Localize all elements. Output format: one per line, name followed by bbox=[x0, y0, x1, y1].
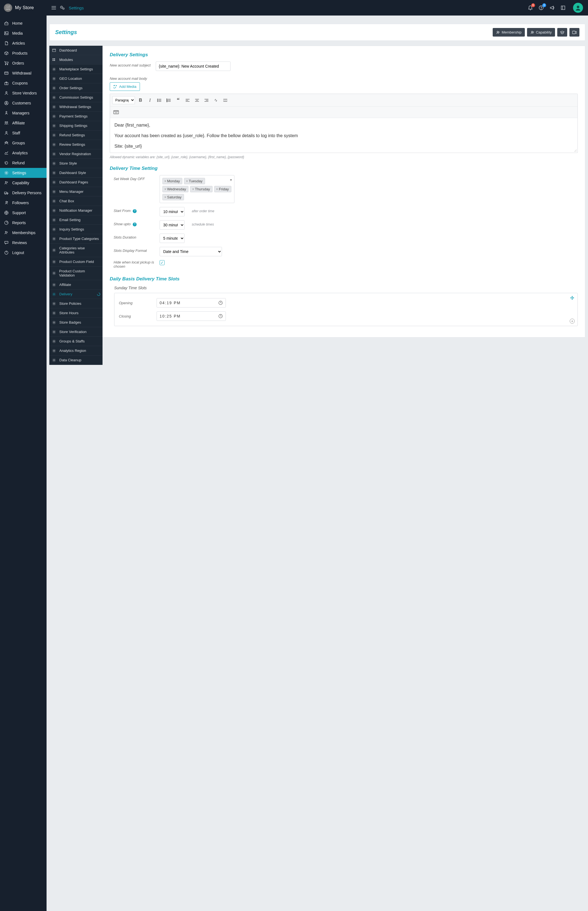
sidebar-item-coupons[interactable]: Coupons bbox=[0, 78, 47, 88]
subnav-item-analytics-region[interactable]: Analytics Region bbox=[49, 346, 103, 355]
sidebar-item-delivery-persons[interactable]: Delivery Persons bbox=[0, 188, 47, 198]
subnav-item-store-hours[interactable]: Store Hours bbox=[49, 309, 103, 318]
subnav-item-commission-settings[interactable]: Commission Settings bbox=[49, 93, 103, 102]
subnav-item-marketplace-settings[interactable]: Marketplace Settings bbox=[49, 65, 103, 74]
align-right-icon[interactable] bbox=[203, 97, 210, 104]
panel-icon[interactable] bbox=[561, 6, 565, 10]
chevron-down-icon[interactable]: ▾ bbox=[230, 178, 232, 182]
sidebar-item-refund[interactable]: Refund bbox=[0, 158, 47, 168]
day-chip-wednesday[interactable]: ×Wednesday bbox=[162, 186, 188, 192]
video-button[interactable] bbox=[569, 28, 580, 37]
subnav-item-payment-settings[interactable]: Payment Settings bbox=[49, 111, 103, 121]
subnav-item-modules[interactable]: Modules bbox=[49, 55, 103, 65]
remove-icon[interactable]: × bbox=[192, 187, 194, 191]
ol-icon[interactable]: 123 bbox=[165, 97, 173, 104]
readmore-icon[interactable] bbox=[221, 97, 229, 104]
sidebar-item-orders[interactable]: Orders bbox=[0, 58, 47, 68]
day-chip-saturday[interactable]: ×Saturday bbox=[162, 194, 184, 200]
sidebar-item-reviews[interactable]: Reviews bbox=[0, 238, 47, 248]
sidebar-item-affiliate[interactable]: Affiliate bbox=[0, 118, 47, 128]
subnav-item-shipping-settings[interactable]: Shipping Settings bbox=[49, 121, 103, 131]
subnav-item-delivery[interactable]: Delivery bbox=[49, 289, 103, 299]
sidebar-item-staff[interactable]: Staff bbox=[0, 128, 47, 138]
sidebar-item-analytics[interactable]: Analytics bbox=[0, 148, 47, 158]
subnav-item-data-cleanup[interactable]: Data Cleanup bbox=[49, 355, 103, 365]
subnav-item-store-verification[interactable]: Store Verification bbox=[49, 327, 103, 337]
sidebar-item-logout[interactable]: Logout bbox=[0, 248, 47, 258]
closing-time-input[interactable]: 10:25 PM bbox=[157, 312, 226, 321]
megaphone-icon[interactable] bbox=[550, 6, 555, 10]
subnav-item-menu-manager[interactable]: Menu Manager bbox=[49, 187, 103, 196]
help-icon[interactable]: 0 bbox=[539, 5, 544, 10]
align-left-icon[interactable] bbox=[184, 97, 191, 104]
subnav-item-affiliate[interactable]: Affiliate bbox=[49, 280, 103, 289]
editor-body[interactable]: Dear {first_name}, Your account has been… bbox=[110, 118, 577, 153]
sidebar-item-media[interactable]: Media bbox=[0, 28, 47, 38]
sidebar-item-settings[interactable]: Settings bbox=[0, 168, 47, 178]
sidebar-item-articles[interactable]: Articles bbox=[0, 38, 47, 48]
quote-icon[interactable]: “ bbox=[174, 97, 182, 104]
subnav-item-product-type-categories[interactable]: Product Type Categories bbox=[49, 234, 103, 244]
sidebar-item-home[interactable]: Home bbox=[0, 18, 47, 28]
subnav-item-refund-settings[interactable]: Refund Settings bbox=[49, 131, 103, 140]
subnav-item-store-policies[interactable]: Store Policies bbox=[49, 299, 103, 309]
info-icon[interactable]: ? bbox=[133, 223, 137, 226]
membership-button[interactable]: Membership bbox=[493, 28, 525, 37]
paragraph-select[interactable]: Paragraph bbox=[112, 96, 135, 104]
link-icon[interactable] bbox=[212, 97, 220, 104]
tutorial-button[interactable] bbox=[557, 28, 567, 37]
hide-pickup-checkbox[interactable]: ✓ bbox=[160, 260, 165, 265]
resize-grip-icon[interactable] bbox=[573, 149, 577, 152]
day-chip-thursday[interactable]: ×Thursday bbox=[190, 186, 212, 192]
sidebar-item-store-vendors[interactable]: Store Vendors bbox=[0, 88, 47, 98]
opening-time-input[interactable]: 04:19 PM bbox=[157, 298, 226, 307]
italic-icon[interactable]: I bbox=[146, 97, 154, 104]
subnav-item-store-badges[interactable]: Store Badges bbox=[49, 318, 103, 327]
sidebar-item-memberships[interactable]: Memberships bbox=[0, 228, 47, 238]
subnav-item-vendor-registration[interactable]: Vendor Registration bbox=[49, 149, 103, 159]
sidebar-item-followers[interactable]: Followers bbox=[0, 198, 47, 208]
subnav-item-dashboard-style[interactable]: Dashboard Style bbox=[49, 168, 103, 178]
sidebar-item-products[interactable]: Products bbox=[0, 48, 47, 58]
subnav-item-notification-manager[interactable]: Notification Manager bbox=[49, 206, 103, 215]
subnav-item-product-custom-field[interactable]: Product Custom Field bbox=[49, 257, 103, 267]
add-slot-button[interactable]: + bbox=[570, 319, 575, 324]
start-from-select[interactable]: 10 minutes bbox=[160, 207, 184, 216]
sidebar-item-support[interactable]: Support bbox=[0, 208, 47, 218]
subnav-item-inquiry-settings[interactable]: Inquiry Settings bbox=[49, 225, 103, 234]
subnav-item-withdrawal-settings[interactable]: Withdrawal Settings bbox=[49, 102, 103, 111]
ul-icon[interactable] bbox=[155, 97, 163, 104]
hamburger-icon[interactable] bbox=[52, 6, 56, 10]
add-media-button[interactable]: Add Media bbox=[110, 82, 140, 91]
subnav-item-geo-location[interactable]: GEO Location bbox=[49, 74, 103, 83]
sidebar-item-reports[interactable]: Reports bbox=[0, 218, 47, 228]
input-mail-subject[interactable] bbox=[156, 61, 231, 71]
info-icon[interactable]: ? bbox=[133, 209, 137, 213]
sidebar-item-managers[interactable]: Managers bbox=[0, 108, 47, 118]
remove-icon[interactable]: × bbox=[164, 195, 166, 199]
remove-icon[interactable]: × bbox=[164, 187, 166, 191]
remove-icon[interactable]: × bbox=[186, 179, 188, 183]
sidebar-item-groups[interactable]: Groups bbox=[0, 138, 47, 148]
sidebar-item-capability[interactable]: Capability bbox=[0, 178, 47, 188]
align-center-icon[interactable] bbox=[193, 97, 201, 104]
subnav-item-groups-staffs[interactable]: Groups & Staffs bbox=[49, 337, 103, 346]
duration-select[interactable]: 5 minutes bbox=[160, 234, 184, 243]
move-icon[interactable] bbox=[570, 296, 574, 300]
remove-icon[interactable]: × bbox=[164, 179, 166, 183]
subnav-item-product-custom-validation[interactable]: Product Custom Validation bbox=[49, 267, 103, 280]
subnav-item-chat-box[interactable]: Chat Box bbox=[49, 196, 103, 206]
subnav-item-categories-wise-attributes[interactable]: Categories wise Attributes bbox=[49, 244, 103, 257]
user-avatar[interactable] bbox=[573, 3, 583, 13]
subnav-item-order-settings[interactable]: Order Settings bbox=[49, 83, 103, 93]
day-chip-tuesday[interactable]: ×Tuesday bbox=[184, 178, 205, 184]
day-chip-friday[interactable]: ×Friday bbox=[214, 186, 231, 192]
bold-icon[interactable]: B bbox=[137, 97, 144, 104]
subnav-item-review-settings[interactable]: Review Settings bbox=[49, 140, 103, 149]
sidebar-item-customers[interactable]: Customers bbox=[0, 98, 47, 108]
weekday-multiselect[interactable]: ▾ ×Monday×Tuesday×Wednesday×Thursday×Fri… bbox=[160, 175, 234, 203]
subnav-item-store-style[interactable]: Store Style bbox=[49, 159, 103, 168]
remove-icon[interactable]: × bbox=[216, 187, 218, 191]
bell-icon[interactable]: 6 bbox=[528, 5, 533, 10]
subnav-item-email-setting[interactable]: Email Setting bbox=[49, 215, 103, 225]
